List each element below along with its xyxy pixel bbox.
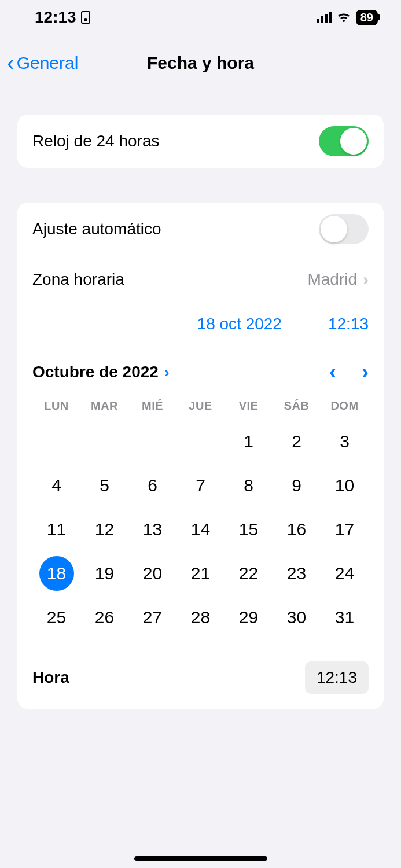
back-button[interactable]: ‹ General <box>7 52 78 74</box>
calendar-empty <box>176 420 225 464</box>
calendar-day[interactable]: 24 <box>321 551 369 595</box>
calendar-day[interactable]: 13 <box>128 507 176 551</box>
calendar-dow: SÁB <box>273 395 321 420</box>
calendar-prev-button[interactable]: ‹ <box>329 360 336 384</box>
status-time: 12:13 <box>35 8 76 27</box>
label-auto-set: Ajuste automático <box>32 220 161 238</box>
calendar: Octubre de 2022 › ‹ › LUNMARMIÉJUEVIESÁB… <box>17 346 384 653</box>
row-datetime-buttons: 18 oct 2022 12:13 <box>17 302 384 346</box>
nav-header: ‹ General Fecha y hora <box>0 35 401 91</box>
time-picker-button[interactable]: 12:13 <box>305 661 369 694</box>
sim-icon <box>81 11 90 24</box>
calendar-day[interactable]: 21 <box>176 551 225 595</box>
status-left: 12:13 <box>35 8 90 27</box>
date-button[interactable]: 18 oct 2022 <box>197 315 282 333</box>
calendar-nav: ‹ › <box>329 360 369 384</box>
calendar-next-button[interactable]: › <box>362 360 369 384</box>
calendar-month-button[interactable]: Octubre de 2022 › <box>32 363 170 381</box>
calendar-day[interactable]: 22 <box>225 551 273 595</box>
calendar-day[interactable]: 18 <box>32 551 80 595</box>
calendar-empty <box>32 420 80 464</box>
calendar-day[interactable]: 19 <box>80 551 128 595</box>
calendar-header: Octubre de 2022 › ‹ › <box>32 354 369 395</box>
label-hora: Hora <box>32 668 69 687</box>
card-date-settings: Ajuste automático Zona horaria Madrid › … <box>17 203 384 709</box>
cell-signal-icon <box>317 12 332 23</box>
calendar-day[interactable]: 29 <box>225 595 273 639</box>
calendar-day[interactable]: 9 <box>273 464 321 507</box>
calendar-dow: LUN <box>32 395 80 420</box>
calendar-day[interactable]: 7 <box>176 464 225 507</box>
row-auto-set: Ajuste automático <box>17 203 384 256</box>
switch-knob <box>321 216 347 242</box>
time-button[interactable]: 12:13 <box>328 315 369 333</box>
calendar-dow: MIÉ <box>128 395 176 420</box>
label-24h-clock: Reloj de 24 horas <box>32 132 159 150</box>
calendar-empty <box>80 420 128 464</box>
calendar-day[interactable]: 2 <box>273 420 321 464</box>
calendar-day[interactable]: 14 <box>176 507 225 551</box>
row-hora: Hora 12:13 <box>17 653 384 709</box>
label-timezone: Zona horaria <box>32 270 124 289</box>
calendar-grid: LUNMARMIÉJUEVIESÁBDOM1234567891011121314… <box>32 395 369 639</box>
page-title: Fecha y hora <box>147 53 254 73</box>
calendar-day[interactable]: 25 <box>32 595 80 639</box>
chevron-left-icon: ‹ <box>7 52 14 74</box>
switch-auto-set[interactable] <box>319 214 369 244</box>
row-24h-clock: Reloj de 24 horas <box>17 115 384 168</box>
value-timezone: Madrid › <box>307 270 369 289</box>
calendar-day[interactable]: 8 <box>225 464 273 507</box>
calendar-day[interactable]: 1 <box>225 420 273 464</box>
calendar-dow: MAR <box>80 395 128 420</box>
calendar-empty <box>128 420 176 464</box>
calendar-day[interactable]: 20 <box>128 551 176 595</box>
calendar-day[interactable]: 31 <box>321 595 369 639</box>
battery-icon: 89 <box>356 10 378 25</box>
card-24h: Reloj de 24 horas <box>17 115 384 168</box>
calendar-day[interactable]: 4 <box>32 464 80 507</box>
calendar-dow: DOM <box>321 395 369 420</box>
calendar-day[interactable]: 30 <box>273 595 321 639</box>
switch-knob <box>340 128 367 155</box>
calendar-day[interactable]: 10 <box>321 464 369 507</box>
calendar-day[interactable]: 16 <box>273 507 321 551</box>
calendar-dow: JUE <box>176 395 225 420</box>
row-timezone[interactable]: Zona horaria Madrid › <box>17 256 384 302</box>
calendar-day[interactable]: 3 <box>321 420 369 464</box>
status-bar: 12:13 89 <box>0 0 401 35</box>
chevron-right-icon: › <box>164 363 170 381</box>
calendar-day[interactable]: 27 <box>128 595 176 639</box>
calendar-day[interactable]: 15 <box>225 507 273 551</box>
chevron-right-icon: › <box>363 270 369 289</box>
calendar-month-label: Octubre de 2022 <box>32 363 159 381</box>
calendar-day[interactable]: 12 <box>80 507 128 551</box>
calendar-day[interactable]: 11 <box>32 507 80 551</box>
calendar-day[interactable]: 28 <box>176 595 225 639</box>
timezone-text: Madrid <box>307 270 357 289</box>
status-right: 89 <box>317 10 378 25</box>
back-label: General <box>17 53 79 73</box>
calendar-day[interactable]: 26 <box>80 595 128 639</box>
wifi-icon <box>336 12 351 23</box>
calendar-day[interactable]: 17 <box>321 507 369 551</box>
switch-24h-clock[interactable] <box>319 126 369 156</box>
home-indicator[interactable] <box>134 856 267 861</box>
calendar-dow: VIE <box>225 395 273 420</box>
calendar-day[interactable]: 5 <box>80 464 128 507</box>
calendar-day[interactable]: 23 <box>273 551 321 595</box>
calendar-day[interactable]: 6 <box>128 464 176 507</box>
